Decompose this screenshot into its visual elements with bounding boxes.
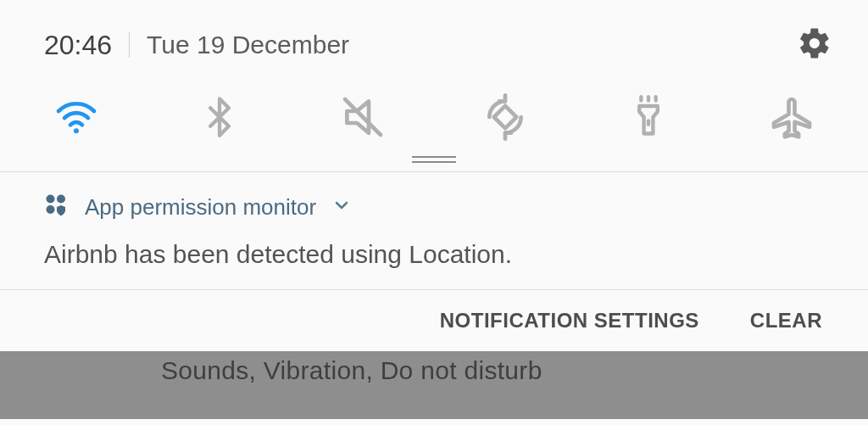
svg-point-9 [47, 205, 55, 214]
notification-app-name: App permission monitor [85, 194, 316, 221]
notification-shade: 20:46 Tue 19 December [0, 0, 868, 351]
svg-rect-2 [494, 106, 516, 128]
notification-header: App permission monitor [44, 193, 824, 221]
notification-body: Airbnb has been detected using Location. [44, 240, 824, 269]
drag-handle-icon [412, 156, 456, 163]
airplane-icon [768, 93, 815, 141]
svg-point-0 [74, 128, 79, 133]
clear-button[interactable]: CLEAR [750, 309, 822, 333]
mute-icon [339, 93, 387, 141]
svg-point-8 [57, 195, 65, 204]
clock-time: 20:46 [44, 30, 112, 61]
qs-auto-rotate[interactable] [480, 93, 531, 141]
chevron-down-icon [331, 195, 352, 215]
app-permission-monitor-icon [44, 193, 70, 221]
gear-icon [797, 25, 832, 61]
expand-notification-button[interactable] [331, 195, 352, 219]
shade-drag-area[interactable] [0, 156, 868, 171]
notification-card[interactable]: App permission monitor Airbnb has been d… [0, 172, 868, 289]
settings-button[interactable] [797, 25, 832, 64]
qs-bluetooth[interactable] [194, 95, 245, 139]
qs-airplane[interactable] [766, 93, 817, 141]
auto-rotate-icon [481, 93, 529, 141]
qs-mute[interactable] [337, 93, 388, 141]
bluetooth-icon [198, 95, 242, 139]
qs-wifi[interactable] [51, 93, 102, 141]
qs-flashlight[interactable] [623, 95, 674, 139]
flashlight-icon [626, 95, 670, 139]
status-date: Tue 19 December [147, 31, 797, 59]
background-app-text: Sounds, Vibration, Do not disturb [0, 351, 868, 419]
svg-point-7 [47, 195, 55, 204]
wifi-icon [53, 93, 100, 141]
notification-settings-button[interactable]: NOTIFICATION SETTINGS [440, 309, 699, 333]
divider-vertical [129, 32, 130, 58]
status-header: 20:46 Tue 19 December [0, 0, 868, 73]
quick-settings-row [0, 73, 868, 156]
notification-actions-row: NOTIFICATION SETTINGS CLEAR [0, 290, 868, 351]
